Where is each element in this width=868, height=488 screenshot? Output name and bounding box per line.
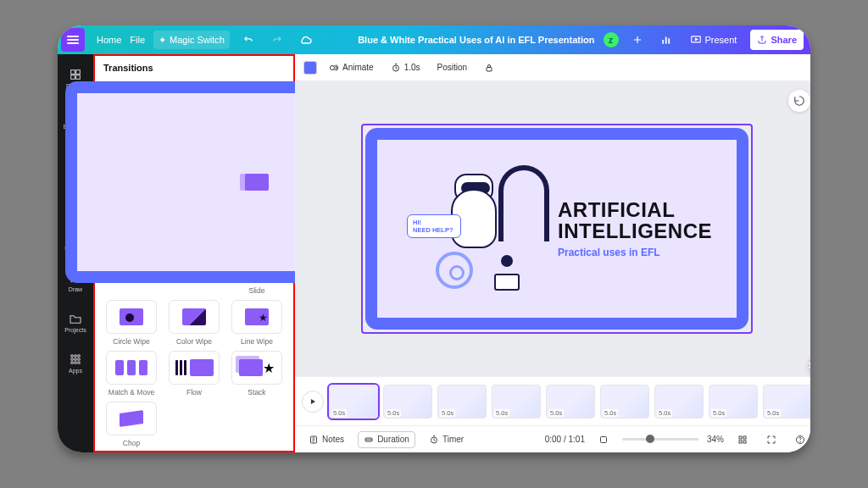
contextual-toolbar: Animate 1.0s Position <box>295 54 810 81</box>
slide-thumb-1[interactable]: 5.0s <box>329 385 378 419</box>
transition-label: Color Wipe <box>176 337 212 346</box>
slide-duration: 5.0s <box>440 409 455 417</box>
page-selection[interactable]: HI! NEED HELP? ARTIFICIAL INTELLIGENCE <box>361 124 753 334</box>
slide-thumb-7[interactable]: 5.0s <box>654 385 704 419</box>
slide-illustration: HI! NEED HELP? <box>402 157 546 301</box>
redo-button[interactable] <box>267 30 287 50</box>
workspace: Design Elements Text Brand Uploads Draw <box>58 54 810 452</box>
transition-thumb <box>106 351 157 385</box>
play-button[interactable] <box>302 391 324 413</box>
analytics-button[interactable] <box>656 30 676 50</box>
svg-rect-33 <box>743 436 746 439</box>
transition-stack[interactable]: ★Stack <box>229 351 285 396</box>
share-label: Share <box>771 35 797 45</box>
svg-point-18 <box>78 358 81 360</box>
slide-duration: 5.0s <box>603 409 618 417</box>
svg-point-15 <box>78 354 81 357</box>
document-title[interactable]: Blue & White Practical Uses of AI in EFL… <box>358 35 594 45</box>
timer-label: Timer <box>442 435 464 444</box>
svg-marker-27 <box>311 399 315 404</box>
svg-rect-24 <box>487 67 492 71</box>
svg-point-22 <box>331 65 335 69</box>
slide-thumb-3[interactable]: 5.0s <box>437 385 487 419</box>
undo-button[interactable] <box>238 30 259 50</box>
transition-circlewipe[interactable]: Circle Wipe <box>103 300 159 346</box>
slide-duration: 5.0s <box>331 409 347 417</box>
transition-label: Slide <box>249 286 265 295</box>
playback-time: 0:00 / 1:01 <box>545 435 585 444</box>
svg-point-19 <box>71 361 74 363</box>
transition-thumb: ★ <box>231 351 282 385</box>
transition-match[interactable]: Match & Move <box>103 351 159 396</box>
position-label: Position <box>437 63 468 72</box>
nav-projects[interactable]: Projects <box>58 303 93 341</box>
transition-label: Match & Move <box>108 388 154 396</box>
svg-rect-8 <box>76 75 81 79</box>
transition-thumb: ★ <box>231 300 282 334</box>
hamburger-menu[interactable] <box>61 28 85 52</box>
timing-label: 1.0s <box>404 63 420 72</box>
slide-text[interactable]: ARTIFICIAL INTELLIGENCE Practical uses i… <box>558 199 712 258</box>
slide-thumb-4[interactable]: 5.0s <box>492 385 541 419</box>
grid-view-button[interactable] <box>732 432 753 447</box>
subheading: Practical uses in EFL <box>558 247 712 258</box>
nav-apps[interactable]: Apps <box>58 344 93 381</box>
lock-button[interactable] <box>479 60 499 75</box>
pages-button[interactable] <box>593 432 614 447</box>
nav-file[interactable]: File <box>130 35 145 45</box>
svg-rect-5 <box>71 69 75 74</box>
svg-rect-34 <box>739 441 742 443</box>
slide-duration: 5.0s <box>386 409 401 417</box>
slide-thumb-6[interactable]: 5.0s <box>600 385 649 419</box>
transition-label: Stack <box>248 388 265 396</box>
add-collaborator-button[interactable] <box>627 30 648 50</box>
transition-flow[interactable]: Flow <box>166 351 222 396</box>
heading-line2: INTELLIGENCE <box>558 219 712 242</box>
timer-button[interactable]: Timer <box>424 432 469 447</box>
svg-point-37 <box>800 441 801 442</box>
svg-rect-0 <box>662 40 664 44</box>
present-label: Present <box>705 35 737 45</box>
slide-page[interactable]: HI! NEED HELP? ARTIFICIAL INTELLIGENCE <box>365 128 748 330</box>
slide-thumb-8[interactable]: 5.0s <box>709 385 758 419</box>
magic-fab[interactable] <box>809 352 810 378</box>
user-avatar[interactable]: z <box>604 32 619 47</box>
reset-fab[interactable] <box>788 90 810 112</box>
transitions-title: Transitions <box>95 56 293 78</box>
timing-button[interactable]: 1.0s <box>386 60 426 75</box>
transition-label: Chop <box>123 439 140 447</box>
nav-apps-label: Apps <box>69 368 82 374</box>
slide-thumb-2[interactable]: 5.0s <box>383 385 432 419</box>
nav-draw-label: Draw <box>69 286 82 292</box>
slide-thumb-5[interactable]: 5.0s <box>546 385 595 419</box>
share-button[interactable]: Share <box>750 30 804 50</box>
svg-point-17 <box>75 358 77 360</box>
duration-button[interactable]: Duration <box>358 431 415 448</box>
nav-home[interactable]: Home <box>97 35 121 45</box>
animate-button[interactable]: Animate <box>324 60 379 75</box>
cloud-sync-icon[interactable] <box>296 30 316 50</box>
transition-thumb <box>169 300 220 334</box>
svg-rect-2 <box>668 38 670 43</box>
svg-rect-7 <box>71 75 75 79</box>
headset-graphic <box>498 165 549 241</box>
position-button[interactable]: Position <box>432 60 473 75</box>
color-swatch[interactable] <box>303 61 317 75</box>
present-button[interactable]: Present <box>685 30 743 50</box>
magic-switch-label: Magic Switch <box>170 35 225 45</box>
transition-colorwipe[interactable]: Color Wipe <box>166 300 222 346</box>
magic-switch-button[interactable]: ✦ Magic Switch <box>153 30 230 49</box>
notes-button[interactable]: Notes <box>303 432 349 447</box>
help-button[interactable] <box>790 432 810 447</box>
slide-duration: 5.0s <box>711 409 726 417</box>
transition-slide[interactable]: ›Slide <box>229 81 285 295</box>
slide-thumb-9[interactable]: 5.0s <box>763 385 810 419</box>
transition-label: Line Wipe <box>241 337 273 346</box>
zoom-slider[interactable] <box>622 438 698 441</box>
transition-chop[interactable]: Chop <box>103 402 159 447</box>
zoom-value: 34% <box>707 435 724 444</box>
svg-point-21 <box>78 361 81 363</box>
canvas[interactable]: HI! NEED HELP? ARTIFICIAL INTELLIGENCE <box>295 81 810 376</box>
transition-linewipe[interactable]: ★Line Wipe <box>229 300 285 346</box>
fullscreen-button[interactable] <box>761 432 782 447</box>
